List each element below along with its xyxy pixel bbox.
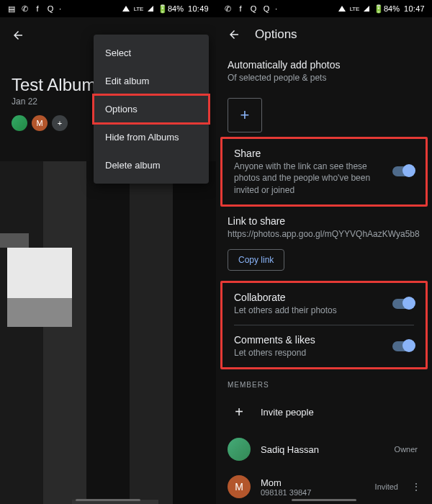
wifi-icon (338, 6, 346, 12)
member-row[interactable]: Sadiq Hassan Owner (216, 431, 432, 468)
menu-item-delete[interactable]: Delete album (94, 151, 209, 179)
invite-label: Invite people (261, 407, 314, 418)
whatsapp-icon: ✆ (223, 4, 232, 13)
share-title: Share (234, 148, 414, 159)
share-url: https://photos.app.goo.gl/mQYYVQhAazKWya… (228, 229, 420, 239)
photo-icon: ▤ (7, 4, 16, 13)
invite-people-row[interactable]: + Invite people (216, 393, 432, 431)
quora-icon: Q (262, 4, 271, 13)
copy-link-button[interactable]: Copy link (228, 249, 284, 271)
share-toggle[interactable] (392, 166, 414, 176)
facebook-icon: f (236, 4, 245, 13)
clock: 10:49 (188, 4, 209, 13)
collab-highlight: Collaborate Let others add their photos … (220, 281, 428, 369)
add-face-button[interactable]: + (228, 98, 262, 132)
members-header: MEMBERS (216, 371, 432, 393)
auto-add-sub: Of selected people & pets (228, 72, 420, 84)
menu-item-select[interactable]: Select (94, 39, 209, 67)
nav-pill[interactable] (76, 499, 140, 501)
avatar[interactable]: M (32, 115, 48, 131)
whatsapp-icon: ✆ (20, 4, 29, 13)
status-bar: ▤ ✆ f Q · LTE 🔋84% 10:49 (0, 0, 216, 17)
comments-toggle[interactable] (392, 341, 414, 351)
comments-setting[interactable]: Comments & likes Let others respond (222, 325, 426, 367)
more-notifications-icon: · (59, 4, 61, 13)
auto-add-section: Automatically add photos Of selected peo… (216, 52, 432, 91)
add-member-button[interactable]: + (52, 115, 68, 131)
collaborate-title: Collaborate (234, 292, 414, 303)
wifi-icon (122, 6, 130, 12)
plus-icon: + (240, 106, 250, 125)
quora-icon: Q (46, 4, 55, 13)
facebook-icon: f (33, 4, 42, 13)
plus-icon: + (228, 400, 251, 423)
avatar: M (228, 475, 251, 498)
album-screen: ▤ ✆ f Q · LTE 🔋84% 10:49 Test Album Jan … (0, 0, 216, 504)
photo-grid[interactable] (0, 161, 216, 504)
menu-item-options[interactable]: Options (94, 95, 209, 123)
overflow-menu: Select Edit album Options Hide from Albu… (94, 35, 209, 184)
lte-indicator: LTE (350, 6, 359, 12)
nav-pill[interactable] (292, 499, 356, 501)
back-arrow-icon[interactable] (228, 28, 240, 41)
link-title: Link to share (228, 215, 420, 227)
member-menu-icon[interactable]: ⋮ (411, 481, 420, 492)
signal-icon (364, 6, 369, 12)
auto-add-title: Automatically add photos (228, 59, 420, 71)
comments-title: Comments & likes (234, 334, 414, 346)
menu-item-hide[interactable]: Hide from Albums (94, 123, 209, 151)
collaborate-sub: Let others add their photos (234, 305, 414, 316)
blurred-photos (0, 161, 216, 504)
options-header: Options (216, 17, 432, 52)
battery-percentage: 🔋84% (158, 4, 184, 14)
lte-indicator: LTE (134, 6, 143, 12)
share-sub: Anyone with the link can see these photo… (234, 161, 414, 196)
collaborate-setting[interactable]: Collaborate Let others add their photos (222, 283, 426, 325)
comments-sub: Let others respond (234, 347, 414, 359)
battery-percentage: 🔋84% (374, 4, 400, 14)
page-title: Options (255, 27, 297, 42)
signal-icon (148, 6, 153, 12)
avatar (228, 438, 251, 461)
member-role: Invited (375, 482, 398, 491)
link-section: Link to share https://photos.app.goo.gl/… (216, 208, 432, 242)
share-highlight: Share Anyone with the link can see these… (220, 137, 428, 207)
menu-item-edit-album[interactable]: Edit album (94, 67, 209, 95)
collaborate-toggle[interactable] (392, 299, 414, 309)
more-notifications-icon: · (275, 4, 277, 13)
member-role: Owner (395, 445, 418, 454)
member-phone: 098181 39847 (261, 488, 365, 497)
options-screen: ✆ f Q Q · LTE 🔋84% 10:47 Options Automat… (216, 0, 432, 504)
quora-icon: Q (249, 4, 258, 13)
member-name: Sadiq Hassan (261, 444, 384, 455)
share-setting[interactable]: Share Anyone with the link can see these… (222, 139, 426, 204)
status-bar: ✆ f Q Q · LTE 🔋84% 10:47 (216, 0, 432, 17)
back-arrow-icon[interactable] (12, 29, 24, 42)
member-name: Mom (261, 477, 365, 488)
avatar[interactable] (12, 115, 27, 131)
clock: 10:47 (404, 4, 425, 13)
